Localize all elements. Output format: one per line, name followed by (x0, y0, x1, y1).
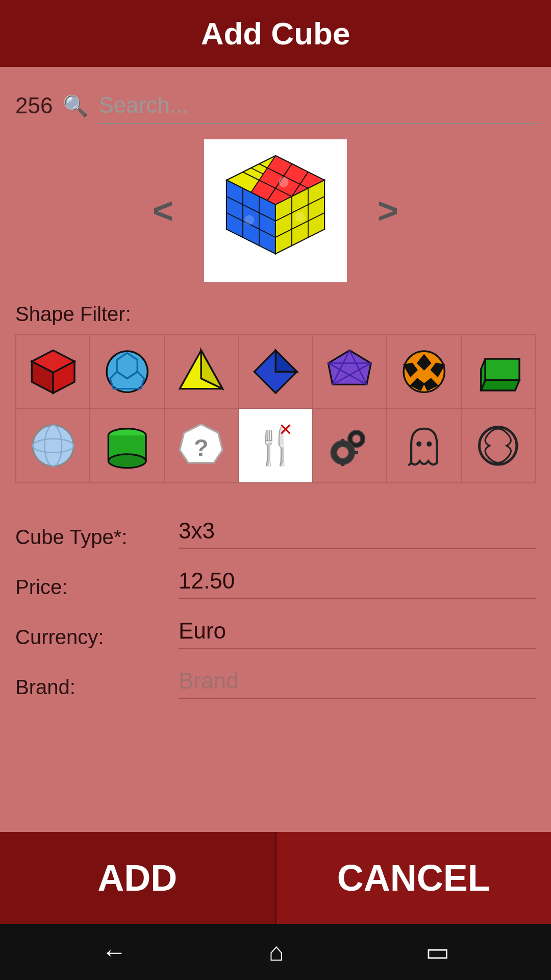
shape-filter-section: Shape Filter: (15, 303, 536, 504)
nav-back-icon[interactable]: ← (102, 937, 127, 967)
cube-type-field-row: Cube Type*: (15, 504, 536, 554)
svg-point-42 (295, 212, 305, 222)
result-count: 256 (15, 93, 53, 118)
app-header: Add Cube (0, 0, 551, 67)
add-button[interactable]: ADD (0, 832, 275, 924)
nav-recents-icon[interactable]: ▭ (425, 937, 449, 967)
image-carousel: < (15, 139, 536, 282)
shape-question-mark[interactable]: ? (164, 408, 238, 482)
search-icon: 🔍 (63, 94, 88, 118)
svg-text:?: ? (194, 434, 209, 461)
price-label: Price: (15, 576, 179, 599)
cube-type-label: Cube Type*: (15, 526, 179, 549)
main-content: 256 🔍 < (0, 67, 551, 832)
shape-yellow-pyramid[interactable] (164, 334, 238, 408)
shape-green-cylinder[interactable] (90, 408, 164, 482)
currency-label: Currency: (15, 626, 179, 649)
shape-ghost[interactable] (387, 408, 461, 482)
price-field-row: Price: (15, 554, 536, 604)
svg-point-75 (108, 454, 146, 468)
svg-point-83 (337, 447, 348, 458)
svg-marker-66 (481, 380, 519, 390)
svg-rect-84 (341, 439, 345, 443)
shape-blue-diamond[interactable] (238, 334, 312, 408)
price-input[interactable] (179, 564, 536, 599)
currency-input[interactable] (179, 614, 536, 649)
shape-green-rectangle[interactable] (461, 334, 535, 408)
brand-label: Brand: (15, 676, 179, 699)
svg-point-40 (279, 177, 288, 187)
svg-rect-86 (331, 451, 335, 454)
form-section: Cube Type*: Price: Currency: Brand: (15, 504, 536, 704)
svg-text:✕: ✕ (279, 420, 293, 439)
nav-home-icon[interactable]: ⌂ (268, 937, 284, 967)
search-input[interactable] (98, 87, 536, 124)
svg-point-88 (416, 442, 421, 447)
shape-blue-dodecahedron[interactable] (90, 334, 164, 408)
cancel-button[interactable]: CANCEL (275, 832, 552, 924)
carousel-prev-button[interactable]: < (142, 190, 184, 231)
svg-point-41 (244, 215, 254, 225)
nav-bar: ← ⌂ ▭ (0, 924, 551, 980)
page-title: Add Cube (10, 15, 541, 52)
cube-image (204, 139, 347, 282)
svg-point-68 (33, 425, 73, 466)
carousel-next-button[interactable]: > (367, 190, 409, 231)
svg-point-81 (352, 434, 361, 443)
shape-red-cube[interactable] (16, 334, 90, 408)
cube-svg (214, 150, 337, 272)
svg-marker-65 (485, 359, 519, 380)
search-row: 256 🔍 (15, 87, 536, 124)
shape-orange-soccerball[interactable] (387, 334, 461, 408)
currency-field-row: Currency: (15, 604, 536, 654)
svg-point-89 (427, 442, 432, 447)
svg-rect-87 (354, 451, 358, 454)
brand-field-row: Brand: (15, 654, 536, 704)
brand-input[interactable] (179, 664, 536, 699)
shape-gears[interactable] (313, 408, 387, 482)
shape-filter-grid: ? 🍴✕ (15, 334, 536, 483)
shape-sphere[interactable] (16, 408, 90, 482)
shape-filter-selected[interactable]: 🍴✕ (238, 408, 312, 482)
bottom-buttons: ADD CANCEL (0, 832, 551, 924)
shape-filter-label: Shape Filter: (15, 303, 536, 326)
shape-circle-ring[interactable] (461, 408, 535, 482)
svg-marker-52 (276, 350, 297, 372)
shape-purple-icosahedron[interactable] (313, 334, 387, 408)
svg-point-90 (480, 427, 517, 464)
cube-type-input[interactable] (179, 514, 536, 549)
svg-rect-85 (341, 462, 345, 466)
